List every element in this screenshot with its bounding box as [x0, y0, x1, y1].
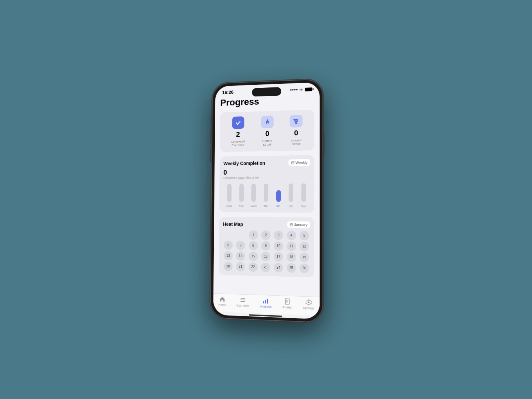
svg-rect-15: [267, 299, 268, 304]
svg-rect-2: [291, 162, 294, 164]
current-streak-value: 0: [265, 129, 269, 138]
weekly-completion-title: Weekly Completion: [223, 160, 265, 166]
cal-day-19: 19: [300, 252, 309, 262]
completed-days-label: Completed Days This Week: [223, 176, 310, 180]
cal-day-8: 8: [249, 241, 258, 250]
tab-home[interactable]: Home: [218, 296, 226, 307]
bar-fri: Fri: [276, 190, 281, 201]
power-button: [323, 132, 325, 156]
completed-exercises-value: 2: [236, 130, 240, 139]
january-period-label: January: [294, 222, 308, 227]
phone-frame: 16:26 Progress: [210, 79, 323, 323]
trophy-icon-box: [290, 115, 303, 128]
cal-day-16: 16: [261, 252, 270, 261]
tab-home-label: Home: [218, 303, 226, 307]
weekly-completion-header: Weekly Completion Weekly: [223, 159, 310, 167]
bar-wed: Wed: [251, 184, 256, 202]
cal-day-21: 21: [236, 262, 245, 272]
cal-day-5: 5: [300, 231, 309, 240]
svg-rect-14: [265, 300, 266, 303]
svg-rect-10: [241, 298, 245, 299]
bar-sat: Sat: [289, 183, 293, 201]
svg-rect-12: [241, 301, 245, 302]
dynamic-island: [252, 87, 281, 97]
cal-day-12: 12: [300, 241, 309, 251]
cal-day-6: 6: [224, 240, 233, 250]
current-streak-label: CurrentStreak: [262, 139, 272, 147]
weekly-completion-card: Weekly Completion Weekly 0 Completed Day…: [219, 155, 314, 212]
status-time: 16:26: [222, 89, 233, 95]
home-indicator: [249, 314, 282, 317]
svg-point-21: [308, 301, 309, 303]
cal-empty-2: [236, 230, 245, 239]
tab-journal[interactable]: Journal: [282, 298, 292, 309]
svg-rect-0: [296, 123, 297, 123]
settings-icon: [305, 299, 312, 306]
cal-day-10: 10: [274, 241, 283, 251]
cal-day-22: 22: [248, 262, 258, 272]
tab-progress-label: progress: [260, 305, 271, 308]
battery-icon: [305, 87, 312, 91]
stat-longest-streak: 0 LongestStreak: [290, 115, 303, 146]
stat-completed-exercises: 2 CompletedExercises: [231, 116, 245, 147]
completed-exercises-label: CompletedExercises: [231, 140, 245, 147]
flame-icon-box: [261, 115, 274, 128]
cal-day-17: 17: [274, 252, 283, 262]
cal-day-9: 9: [261, 241, 270, 251]
scroll-content[interactable]: Progress 2 CompletedExercises: [213, 93, 320, 297]
calendar-icon: [291, 161, 294, 164]
weekly-bar-chart: Mon Tue Wed Thu: [223, 182, 310, 208]
calendar-icon-heatmap: [290, 223, 293, 226]
tab-bar: Home Exercises progress: [213, 293, 320, 316]
longest-streak-label: LongestStreak: [291, 139, 302, 146]
signal-icon: [290, 89, 298, 91]
checkmark-icon-box: [232, 116, 244, 129]
page-title: Progress: [220, 94, 314, 108]
cal-day-2: 2: [261, 230, 271, 240]
tab-settings-label: Settings: [303, 306, 314, 310]
heat-map-grid: 1 2 3 4 5 6 7 8 9 10 11 12 13 14 15 16 1: [222, 230, 310, 273]
tab-exercises-label: Exercises: [236, 304, 249, 308]
mute-button: [210, 115, 212, 125]
longest-streak-value: 0: [294, 129, 298, 137]
stat-current-streak: 0 CurrentStreak: [261, 115, 274, 146]
svg-rect-1: [295, 123, 298, 124]
tab-settings[interactable]: Settings: [303, 299, 314, 310]
cal-day-4: 4: [287, 230, 296, 240]
cal-day-25: 25: [287, 263, 296, 273]
tab-exercises[interactable]: Exercises: [236, 296, 249, 308]
heat-map-title: Heat Map: [223, 221, 243, 227]
cal-day-24: 24: [274, 263, 283, 272]
completed-days-value: 0: [223, 168, 310, 176]
bar-sun: Sun: [301, 183, 306, 202]
cal-day-23: 23: [261, 262, 270, 272]
svg-rect-20: [285, 299, 286, 304]
weekly-period-button[interactable]: Weekly: [288, 159, 310, 166]
wifi-icon: [299, 88, 304, 91]
weekly-period-label: Weekly: [295, 160, 307, 165]
cal-day-26: 26: [300, 263, 309, 273]
journal-icon: [284, 298, 290, 305]
volume-up-button: [210, 130, 212, 145]
cal-day-20: 20: [223, 262, 232, 271]
heat-map-header: Heat Map January: [223, 221, 310, 228]
cal-day-15: 15: [248, 251, 258, 261]
heat-map-card: Heat Map January: [219, 217, 314, 277]
stats-card: 2 CompletedExercises 0 CurrentStreak: [220, 110, 314, 152]
status-icons: [290, 87, 312, 92]
volume-down-button: [210, 148, 211, 162]
svg-rect-11: [241, 300, 245, 301]
phone-screen: 16:26 Progress: [213, 82, 320, 319]
svg-rect-13: [263, 301, 264, 303]
cal-day-7: 7: [236, 241, 245, 250]
bar-tue: Tue: [239, 184, 244, 201]
january-period-button[interactable]: January: [287, 221, 310, 228]
cal-day-18: 18: [287, 252, 296, 262]
cal-day-11: 11: [287, 241, 296, 251]
tab-progress[interactable]: progress: [260, 297, 271, 309]
exercises-icon: [240, 297, 246, 304]
progress-icon: [262, 297, 269, 304]
home-icon: [219, 296, 226, 303]
bar-thu: Thu: [264, 184, 268, 202]
tab-journal-label: Journal: [282, 306, 292, 309]
